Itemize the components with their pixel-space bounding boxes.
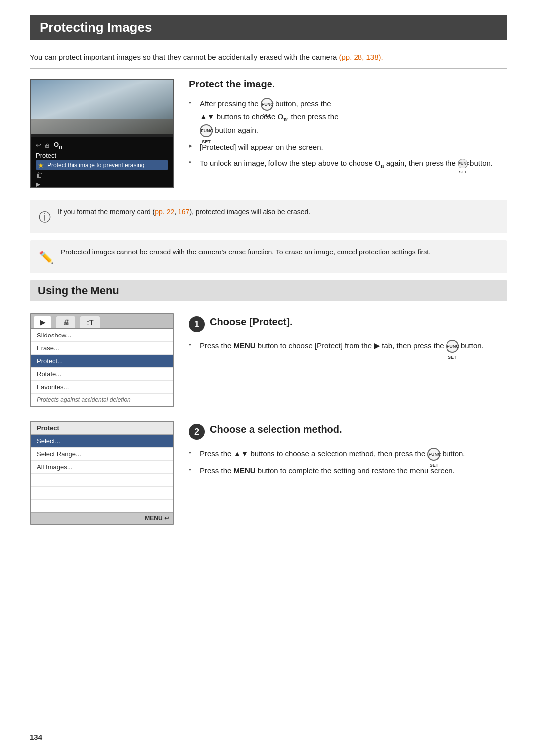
submenu-header: Protect xyxy=(31,422,173,435)
menu-step-2: Protect Select... Select Range... All Im… xyxy=(30,421,507,525)
step2-bullet-list: Press the ▲▼ buttons to choose a selecti… xyxy=(189,446,507,478)
play-row: ▶ xyxy=(36,180,168,188)
trash-icon: 🗑 xyxy=(36,171,43,179)
protect-text-label: Protect xyxy=(36,152,56,159)
star-icon: ★ xyxy=(38,161,44,169)
intro-paragraph: You can protect important images so that… xyxy=(30,51,507,63)
on-icon-2: On xyxy=(375,159,384,167)
menu-item-slideshow[interactable]: Slideshow... xyxy=(31,329,173,342)
tab-playback[interactable]: ▶ xyxy=(34,316,51,328)
section-divider xyxy=(30,68,507,69)
step2-header: 2 Choose a selection method. xyxy=(189,423,507,440)
menu-item-erase[interactable]: Erase... xyxy=(31,342,173,355)
protect-image-section: ↩ 🖨 On Protect ★ Protect this image to p… xyxy=(30,79,507,188)
bullet-item-3: To unlock an image, follow the step abov… xyxy=(189,155,507,172)
step1-menu-mockup: ▶ 🖨 ↕T Slideshow... Erase... Protect... … xyxy=(30,313,174,407)
on-icon-1: On xyxy=(277,113,287,121)
submenu-item-select-range[interactable]: Select Range... xyxy=(31,448,173,461)
step1-header: 1 Choose [Protect]. xyxy=(189,315,507,332)
protect-desc-text: Protect this image to prevent erasing xyxy=(47,162,144,168)
step2-title: Choose a selection method. xyxy=(210,423,342,436)
section-heading-menu: Using the Menu xyxy=(30,280,507,301)
page-title: Protecting Images xyxy=(30,15,507,40)
menu-item-desc: Protects against accidental deletion xyxy=(31,394,173,406)
step2-content: 2 Choose a selection method. Press the ▲… xyxy=(189,421,507,478)
step2-bullet-2: Press the MENU button to complete the se… xyxy=(189,463,507,478)
submenu-empty-row-3 xyxy=(31,500,173,512)
step2-image: Protect Select... Select Range... All Im… xyxy=(30,421,174,525)
protect-icon-menu: On xyxy=(54,141,62,150)
camera-preview xyxy=(31,80,173,134)
step1-content: 1 Choose [Protect]. Press the MENU butto… xyxy=(189,313,507,355)
menu-back-bar: MENU ↩ xyxy=(31,512,173,524)
page-container: Protecting Images You can protect import… xyxy=(0,0,537,756)
step2-number: 2 xyxy=(189,424,205,440)
step1-bullet-list: Press the MENU button to choose [Protect… xyxy=(189,338,507,355)
step1-number: 1 xyxy=(189,316,205,332)
playback-tab-ref: ▶ xyxy=(374,341,380,350)
menu-text-bold: MENU xyxy=(234,341,256,350)
protect-desc-row: ★ Protect this image to prevent erasing xyxy=(36,160,168,170)
protect-label-row: Protect xyxy=(36,151,168,160)
note-box-2: ✏️ Protected images cannot be erased wit… xyxy=(30,240,507,273)
note1-ref1[interactable]: pp. 22 xyxy=(155,208,174,216)
note-text-1: If you format the memory card (pp. 22, 1… xyxy=(58,207,310,218)
menu-item-protect[interactable]: Protect... xyxy=(31,355,173,368)
submenu-items: Select... Select Range... All Images... xyxy=(31,435,173,512)
menu-back-button[interactable]: MENU ↩ xyxy=(145,515,169,522)
menu-tab-bar: ▶ 🖨 ↕T xyxy=(31,314,173,329)
submenu-item-all-images[interactable]: All Images... xyxy=(31,461,173,474)
step1-image: ▶ 🖨 ↕T Slideshow... Erase... Protect... … xyxy=(30,313,174,407)
note1-ref2[interactable]: 167 xyxy=(178,208,189,216)
func-set-btn-step2a: FUNCSET xyxy=(427,448,440,461)
func-set-btn-1: FUNCSET xyxy=(261,98,273,111)
tab-settings[interactable]: ↕T xyxy=(80,316,100,328)
protect-section-title: Protect the image. xyxy=(189,79,507,90)
func-set-btn-2: FUNCSET xyxy=(200,124,213,137)
submenu-item-select[interactable]: Select... xyxy=(31,435,173,448)
play-icon: ▶ xyxy=(36,181,40,188)
trash-row: 🗑 xyxy=(36,170,168,180)
menu-steps-container: ▶ 🖨 ↕T Slideshow... Erase... Protect... … xyxy=(30,313,507,525)
step2-bullet-1: Press the ▲▼ buttons to choose a selecti… xyxy=(189,446,507,463)
tab-print[interactable]: 🖨 xyxy=(56,316,75,328)
note-box-1: ⓘ If you format the memory card (pp. 22,… xyxy=(30,200,507,233)
protect-menu-overlay: ↩ 🖨 On Protect ★ Protect this image to p… xyxy=(31,137,173,188)
submenu-empty-row-2 xyxy=(31,487,173,500)
camera-screen-mockup: ↩ 🖨 On Protect ★ Protect this image to p… xyxy=(30,79,174,188)
info-icon: ⓘ xyxy=(39,208,51,226)
menu-item-rotate[interactable]: Rotate... xyxy=(31,368,173,381)
camera-icon-row: ↩ 🖨 On xyxy=(36,140,168,151)
menu-item-favorites[interactable]: Favorites... xyxy=(31,381,173,394)
submenu-empty-row-1 xyxy=(31,474,173,487)
func-set-btn-step1: FUNCSET xyxy=(446,340,459,353)
protect-content-panel: Protect the image. After pressing the FU… xyxy=(189,79,507,188)
func-set-btn-3: FUNCSET xyxy=(458,159,468,168)
pencil-icon: ✏️ xyxy=(39,248,54,266)
menu-items-list: Slideshow... Erase... Protect... Rotate.… xyxy=(31,329,173,406)
menu-step-1: ▶ 🖨 ↕T Slideshow... Erase... Protect... … xyxy=(30,313,507,407)
step1-title: Choose [Protect]. xyxy=(210,315,293,328)
print-icon: 🖨 xyxy=(44,141,51,149)
page-ref-link[interactable]: (pp. 28, 138). xyxy=(339,53,383,61)
bullet-item-1: After pressing the FUNCSET button, press… xyxy=(189,96,507,139)
bullet-item-2: [Protected] will appear on the screen. xyxy=(189,139,507,155)
page-number: 134 xyxy=(30,733,42,741)
note-text-2: Protected images cannot be erased with t… xyxy=(61,247,431,258)
step2-submenu-mockup: Protect Select... Select Range... All Im… xyxy=(30,421,174,525)
menu-btn-label-2: MENU xyxy=(234,466,256,475)
step1-bullet-1: Press the MENU button to choose [Protect… xyxy=(189,338,507,355)
repeat-icon: ↩ xyxy=(36,141,41,149)
protect-bullet-list: After pressing the FUNCSET button, press… xyxy=(189,96,507,172)
